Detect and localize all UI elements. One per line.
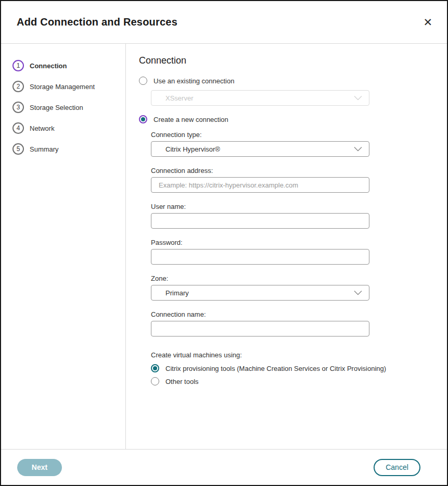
next-button[interactable]: Next [17, 459, 62, 476]
step-label: Storage Selection [30, 104, 83, 111]
step-label: Network [30, 124, 55, 132]
citrix-provisioning-label: Citrix provisioning tools (Machine Creat… [165, 365, 386, 372]
create-connection-row: Create a new connection [139, 115, 447, 123]
connection-type-value: Citrix Hypervisor® [165, 145, 220, 153]
connection-name-input[interactable] [151, 321, 369, 337]
step-number-badge: 5 [12, 143, 24, 155]
citrix-provisioning-radio[interactable] [151, 364, 159, 372]
step-number-badge: 4 [12, 122, 24, 134]
zone-field: Zone: Primary [151, 275, 447, 301]
chevron-down-icon [354, 147, 362, 152]
connection-address-label: Connection address: [151, 167, 447, 175]
dialog-body: 1 Connection 2 Storage Management 3 Stor… [1, 44, 447, 449]
password-label: Password: [151, 239, 447, 246]
existing-connection-row: Use an existing connection [139, 77, 447, 85]
zone-select[interactable]: Primary [151, 285, 369, 301]
step-item-connection[interactable]: 1 Connection [12, 55, 120, 76]
step-number-badge: 1 [12, 60, 24, 71]
connection-type-label: Connection type: [151, 131, 447, 139]
cancel-button[interactable]: Cancel [374, 459, 420, 476]
wizard-steps-sidebar: 1 Connection 2 Storage Management 3 Stor… [1, 44, 126, 449]
zone-value: Primary [165, 289, 189, 297]
create-vm-group: Create virtual machines using: Citrix pr… [151, 351, 447, 385]
other-tools-label: Other tools [165, 378, 199, 385]
connection-address-field: Connection address: [151, 167, 447, 193]
dialog-header: Add Connection and Resources ✕ [1, 1, 447, 44]
existing-connection-select-value: XSserver [165, 94, 193, 102]
chevron-down-icon [354, 96, 362, 101]
dialog-footer: Next Cancel [1, 449, 447, 485]
password-field: Password: [151, 239, 447, 265]
connection-panel: Connection Use an existing connection XS… [126, 44, 447, 449]
create-connection-label: Create a new connection [153, 116, 228, 123]
step-item-storage-selection[interactable]: 3 Storage Selection [12, 97, 120, 118]
user-name-field: User name: [151, 203, 447, 229]
step-number-badge: 2 [12, 81, 24, 92]
vm-option-citrix-provisioning: Citrix provisioning tools (Machine Creat… [151, 364, 447, 372]
connection-type-field: Connection type: Citrix Hypervisor® [151, 131, 447, 157]
create-connection-form: Connection type: Citrix Hypervisor® Conn… [151, 131, 447, 385]
user-name-input[interactable] [151, 213, 369, 229]
connection-type-select[interactable]: Citrix Hypervisor® [151, 141, 369, 157]
connection-address-input[interactable] [151, 177, 369, 193]
create-connection-radio[interactable] [139, 115, 147, 123]
step-label: Storage Management [30, 83, 95, 91]
dialog-title: Add Connection and Resources [17, 16, 177, 28]
create-vm-label: Create virtual machines using: [151, 351, 447, 359]
user-name-label: User name: [151, 203, 447, 210]
step-number-badge: 3 [12, 102, 24, 113]
connection-name-field: Connection name: [151, 310, 447, 337]
zone-label: Zone: [151, 275, 447, 282]
existing-connection-label: Use an existing connection [153, 77, 234, 85]
existing-connection-radio[interactable] [139, 77, 147, 85]
close-icon[interactable]: ✕ [421, 15, 434, 30]
chevron-down-icon [354, 291, 362, 295]
step-label: Connection [30, 62, 67, 70]
step-item-network[interactable]: 4 Network [12, 118, 120, 139]
panel-heading: Connection [139, 55, 447, 66]
vm-option-other-tools: Other tools [151, 377, 447, 385]
connection-name-label: Connection name: [151, 310, 447, 318]
step-label: Summary [30, 145, 59, 153]
step-item-storage-management[interactable]: 2 Storage Management [12, 76, 120, 97]
step-item-summary[interactable]: 5 Summary [12, 139, 120, 159]
password-input[interactable] [151, 249, 369, 265]
existing-connection-select: XSserver [151, 90, 369, 106]
add-connection-dialog: Add Connection and Resources ✕ 1 Connect… [0, 0, 448, 486]
other-tools-radio[interactable] [151, 377, 159, 385]
